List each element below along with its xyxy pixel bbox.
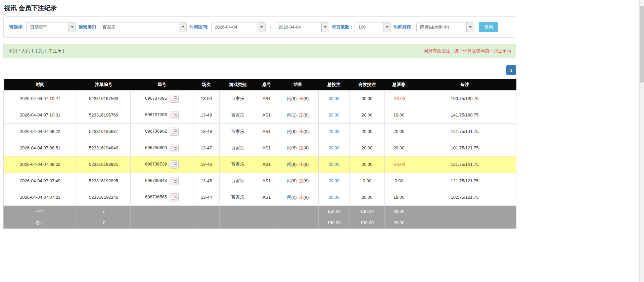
subtotal-count: 7 (77, 205, 131, 217)
cell-bet-id: 523316193921 (77, 156, 131, 173)
cards-icon (172, 195, 177, 200)
round-detail-button[interactable] (170, 160, 179, 169)
cards-icon (172, 162, 177, 167)
column-header: 结果 (277, 79, 319, 90)
table-row: 2026-04-04 07:10:27 523316197563 6967370… (4, 90, 516, 107)
cell-result: 闲(1)庄(8) (277, 107, 319, 123)
query-type-select[interactable]: 日期查询 (26, 22, 76, 32)
cell-bet-id: 523316196769 (77, 107, 131, 123)
total-payout: 28.00 (385, 217, 413, 228)
chevron-down-icon[interactable] (466, 22, 474, 32)
round-detail-button[interactable] (170, 95, 179, 103)
page-number-button[interactable]: 1 (506, 65, 516, 75)
cards-icon (172, 179, 177, 183)
result-banker: 庄 (299, 96, 304, 101)
chevron-down-icon[interactable] (321, 22, 329, 32)
cell-game-type: 百家乐 (220, 90, 256, 107)
cell-total-bet: 20.00 (319, 156, 350, 173)
cell-remark: 102.75/121.75 (413, 189, 516, 205)
column-header: 场次 (193, 79, 220, 90)
round-detail-button[interactable] (170, 128, 179, 136)
round-detail-button[interactable] (170, 193, 179, 201)
cell-total-bet: 20.00 (319, 173, 350, 189)
column-header: 备注 (413, 79, 516, 90)
table-row: 2026-04-04 07:07:23 523316192146 6967365… (4, 189, 516, 205)
cards-icon (172, 96, 177, 101)
cell-game-type: 百家乐 (220, 173, 256, 189)
cell-time: 2026-04-04 07:08:51 (4, 140, 77, 156)
cell-total-bet: 20.00 (319, 123, 350, 140)
table-row: 2026-04-04 07:10:01 523316196769 6967370… (4, 107, 516, 123)
chevron-down-icon[interactable] (383, 22, 390, 32)
round-detail-button[interactable] (170, 111, 179, 119)
cell-valid-bet: 20.00 (350, 189, 385, 205)
total-bet-link[interactable]: 20.00 (328, 129, 339, 134)
result-banker-number: (6) (304, 178, 309, 183)
round-id-text: 696736643 (145, 178, 167, 183)
page-size-select[interactable]: 100 (355, 22, 391, 32)
game-type-select[interactable]: 百家乐 (99, 22, 187, 32)
cell-game-type: 百家乐 (220, 107, 256, 123)
empty-cell (256, 205, 277, 217)
result-banker: 庄 (299, 112, 304, 117)
round-detail-button[interactable] (170, 144, 179, 152)
cell-session: 13-44 (193, 189, 220, 205)
table-row: 2026-04-04 07:08:51 523316194840 6967368… (4, 140, 516, 156)
total-bet-link[interactable]: 30.00 (328, 96, 339, 101)
date-from-picker[interactable]: 2026-04-04 (211, 22, 266, 32)
cell-round-id: 696737006 (131, 107, 193, 123)
subtotal-total-bet: 150.00 (319, 205, 350, 217)
cell-payout: -20.00 (385, 156, 413, 173)
date-to-picker[interactable]: 2026-04-04 (275, 22, 329, 32)
page-size-value: 100 (355, 22, 383, 32)
empty-cell (256, 217, 277, 228)
total-bet-link[interactable]: 20.00 (328, 162, 339, 167)
cell-payout: 19.00 (385, 107, 413, 123)
cell-result: 闲(6)庄(6) (277, 173, 319, 189)
result-banker-number: (8) (304, 96, 309, 101)
result-banker: 庄 (299, 145, 304, 150)
empty-cell (193, 205, 220, 217)
filter-bar: 请选择: 日期查询 游戏类别 百家乐 时间区间: 2026-04-04 ~ 20… (3, 16, 516, 38)
chevron-down-icon[interactable] (258, 22, 265, 32)
cell-time: 2026-04-04 07:10:27 (4, 90, 77, 107)
cell-bet-id: 523316195687 (77, 123, 131, 140)
cell-round-id: 696736643 (131, 173, 193, 189)
scrollbar-thumb[interactable] (640, 6, 644, 83)
total-bet-link[interactable]: 20.00 (328, 178, 339, 183)
total-bet-link[interactable]: 20.00 (328, 195, 339, 200)
cell-session: 13-49 (193, 107, 220, 123)
time-range-label: 时间区间: (189, 24, 208, 30)
chevron-down-icon[interactable] (179, 22, 186, 32)
round-id-text: 696736565 (145, 194, 167, 199)
main-content: 视讯 会员下注纪录 请选择: 日期查询 游戏类别 百家乐 时间区间: 2026-… (3, 4, 516, 229)
cell-valid-bet: 20.00 (350, 156, 385, 173)
round-detail-button[interactable] (170, 177, 179, 185)
cell-payout: 20.00 (385, 123, 413, 140)
cell-total-bet: 20.00 (319, 107, 350, 123)
column-header: 游戏类别 (220, 79, 256, 90)
subtotal-row: 小计 7 150.00 130.00 28.00 (4, 205, 516, 217)
chevron-down-icon[interactable] (68, 22, 76, 32)
cell-result: 闲(9)庄(8) (277, 156, 319, 173)
scrollbar[interactable]: ▲ (639, 0, 644, 282)
total-bet-link[interactable]: 20.00 (328, 145, 339, 150)
cell-remark: 121.75/141.75 (413, 123, 516, 140)
cell-table-number: AS1 (256, 189, 277, 205)
cell-table-number: AS1 (256, 123, 277, 140)
cell-result: 闲(0)庄(9) (277, 189, 319, 205)
cell-payout: -30.00 (385, 90, 413, 107)
search-button[interactable]: 查询 (479, 22, 498, 32)
cell-table-number: AS1 (256, 140, 277, 156)
result-player: 闲 (287, 178, 291, 183)
result-player-number: (9) (291, 162, 297, 167)
cell-session: 13-46 (193, 156, 220, 173)
result-player: 闲 (287, 162, 291, 167)
cell-round-id: 696736739 (131, 156, 193, 173)
cell-round-id: 696737095 (131, 90, 193, 107)
scroll-up-icon[interactable]: ▲ (640, 0, 644, 5)
sort-order-select[interactable]: 降幂(由大到小) (416, 22, 474, 32)
total-bet-link[interactable]: 20.00 (328, 112, 339, 117)
cell-remark: 101.75/121.75 (413, 140, 516, 156)
pagination: 1 (3, 65, 516, 75)
